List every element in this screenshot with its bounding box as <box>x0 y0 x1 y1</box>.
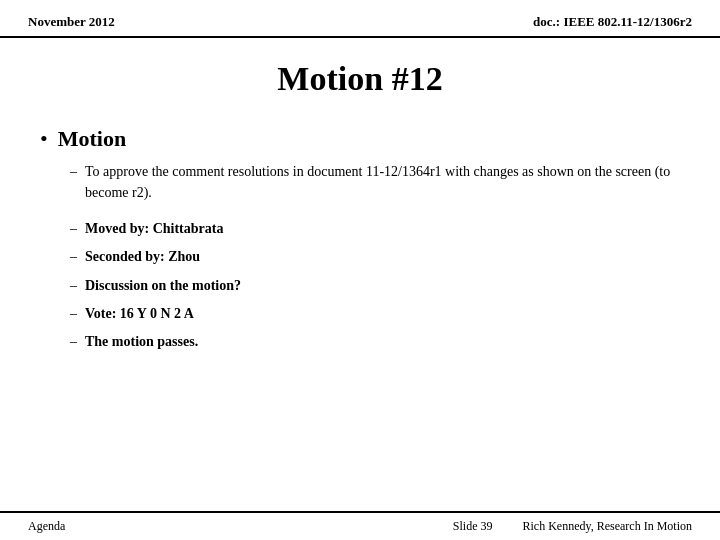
dash-description: – <box>70 162 77 182</box>
dash-moved: – <box>70 219 77 239</box>
sub-item-seconded: – Seconded by: Zhou <box>70 247 680 267</box>
content: • Motion – To approve the comment resolu… <box>0 108 720 352</box>
footer: Agenda Slide 39 Rich Kennedy, Research I… <box>0 511 720 540</box>
sub-item-discussion: – Discussion on the motion? <box>70 276 680 296</box>
moved-text: Moved by: Chittabrata <box>85 219 223 239</box>
dash-passes: – <box>70 332 77 352</box>
bullet-label: Motion <box>58 126 126 152</box>
footer-right: Slide 39 Rich Kennedy, Research In Motio… <box>453 519 692 534</box>
seconded-text: Seconded by: Zhou <box>85 247 200 267</box>
passes-text: The motion passes. <box>85 332 198 352</box>
header: November 2012 doc.: IEEE 802.11-12/1306r… <box>0 0 720 38</box>
dash-seconded: – <box>70 247 77 267</box>
bullet-dot: • <box>40 126 48 152</box>
sub-item-vote: – Vote: 16 Y 0 N 2 A <box>70 304 680 324</box>
vote-text: Vote: 16 Y 0 N 2 A <box>85 304 194 324</box>
description-text: To approve the comment resolutions in do… <box>85 162 680 203</box>
sub-item-description: – To approve the comment resolutions in … <box>70 162 680 203</box>
header-date: November 2012 <box>28 14 115 30</box>
footer-label: Agenda <box>28 519 65 534</box>
sub-item-passes: – The motion passes. <box>70 332 680 352</box>
motion-bullet: • Motion <box>40 126 680 152</box>
discussion-text: Discussion on the motion? <box>85 276 241 296</box>
main-title: Motion #12 <box>20 60 700 98</box>
dash-discussion: – <box>70 276 77 296</box>
dash-vote: – <box>70 304 77 324</box>
footer-slide: Slide 39 <box>453 519 493 534</box>
sub-item-moved: – Moved by: Chittabrata <box>70 219 680 239</box>
footer-author: Rich Kennedy, Research In Motion <box>522 519 692 534</box>
header-doc: doc.: IEEE 802.11-12/1306r2 <box>533 14 692 30</box>
slide: November 2012 doc.: IEEE 802.11-12/1306r… <box>0 0 720 540</box>
sub-items: – To approve the comment resolutions in … <box>40 162 680 352</box>
title-section: Motion #12 <box>0 38 720 108</box>
